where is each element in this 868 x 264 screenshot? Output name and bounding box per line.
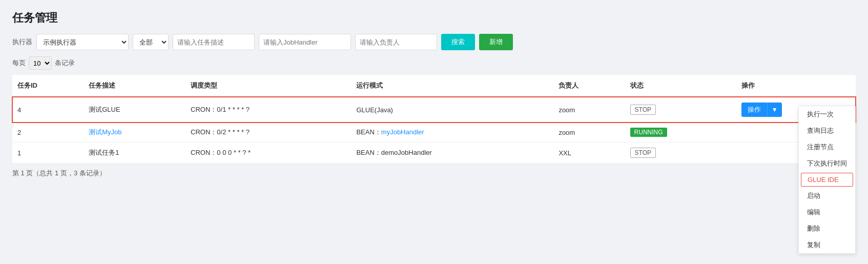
dropdown-item-copy[interactable]: 复制 — [799, 237, 855, 253]
dropdown-item-query-log[interactable]: 查询日志 — [799, 123, 855, 139]
desc-link[interactable]: 测试MyJob — [89, 128, 121, 136]
cell-desc: 测试任务1 — [84, 143, 185, 164]
status-badge-running: RUNNING — [630, 128, 667, 137]
action-dropdown-button[interactable]: ▼ — [767, 103, 782, 117]
page-title: 任务管理 — [12, 10, 856, 26]
cell-status: STOP — [625, 97, 736, 123]
col-action: 操作 — [736, 75, 856, 97]
status-badge-stop: STOP — [630, 148, 656, 158]
cell-id: 1 — [12, 143, 84, 164]
per-page-label: 每页 — [12, 58, 26, 68]
dropdown-item-register-node[interactable]: 注册节点 — [799, 139, 855, 155]
cell-mode: GLUE(Java) — [351, 97, 553, 123]
cell-id: 4 — [12, 97, 84, 123]
col-desc: 任务描述 — [84, 75, 185, 97]
cell-id: 2 — [12, 123, 84, 143]
pagination-info: 每页 10 20 50 条记录 — [12, 56, 856, 70]
dropdown-item-execute-once[interactable]: 执行一次 — [799, 106, 855, 123]
table-header-row: 任务ID 任务描述 调度类型 运行模式 负责人 状态 操作 — [12, 75, 856, 97]
dropdown-item-delete[interactable]: 删除 — [799, 220, 855, 237]
dropdown-item-next-time[interactable]: 下次执行时间 — [799, 155, 855, 172]
per-page-select[interactable]: 10 20 50 — [29, 56, 52, 70]
table-row: 2 测试MyJob CRON：0/2 * * * * ? BEAN：myJobH… — [12, 123, 856, 143]
col-schedule: 调度类型 — [185, 75, 351, 97]
dropdown-item-glue-ide[interactable]: GLUE IDE — [801, 173, 853, 187]
cell-schedule: CRON：0 0 0 * * ? * — [185, 143, 351, 164]
dropdown-item-edit[interactable]: 编辑 — [799, 204, 855, 220]
col-owner: 负责人 — [553, 75, 625, 97]
owner-input[interactable] — [355, 34, 437, 50]
cell-mode: BEAN：myJobHandler — [351, 123, 553, 143]
col-id: 任务ID — [12, 75, 84, 97]
cell-status: RUNNING — [625, 123, 736, 143]
status-badge-stop: STOP — [630, 105, 656, 115]
col-status: 状态 — [625, 75, 736, 97]
records-label: 条记录 — [55, 58, 75, 68]
cell-schedule: CRON：0/2 * * * * ? — [185, 123, 351, 143]
desc-input[interactable] — [173, 34, 255, 50]
cell-mode: BEAN：demoJobHandler — [351, 143, 553, 164]
search-button[interactable]: 搜索 — [441, 34, 475, 50]
cell-schedule: CRON：0/1 * * * * ? — [185, 97, 351, 123]
dropdown-item-start[interactable]: 启动 — [799, 188, 855, 204]
cell-owner: XXL — [553, 143, 625, 164]
table-wrapper: 任务ID 任务描述 调度类型 运行模式 负责人 状态 操作 4 测试GLUE C… — [12, 75, 856, 164]
page-container: 任务管理 执行器 示例执行器 全部 启动 停止 搜索 新增 每页 10 20 5… — [0, 0, 868, 264]
cell-desc: 测试GLUE — [84, 97, 185, 123]
col-mode: 运行模式 — [351, 75, 553, 97]
add-button[interactable]: 新增 — [479, 34, 513, 50]
task-table: 任务ID 任务描述 调度类型 运行模式 负责人 状态 操作 4 测试GLUE C… — [12, 75, 856, 164]
action-button[interactable]: 操作 — [741, 103, 767, 117]
dropdown-menu: 执行一次 查询日志 注册节点 下次执行时间 GLUE IDE 启动 编辑 删除 … — [798, 106, 856, 254]
cell-status: STOP — [625, 143, 736, 164]
handler-link[interactable]: myJobHandler — [381, 128, 424, 136]
status-select[interactable]: 全部 启动 停止 — [133, 34, 169, 50]
table-row: 1 测试任务1 CRON：0 0 0 * * ? * BEAN：demoJobH… — [12, 143, 856, 164]
cell-owner: zoom — [553, 123, 625, 143]
executor-select[interactable]: 示例执行器 — [36, 34, 129, 50]
page-summary: 第 1 页（总共 1 页，3 条记录） — [12, 164, 856, 180]
table-row: 4 测试GLUE CRON：0/1 * * * * ? GLUE(Java) z… — [12, 97, 856, 123]
cell-owner: zoom — [553, 97, 625, 123]
toolbar: 执行器 示例执行器 全部 启动 停止 搜索 新增 — [12, 34, 856, 50]
executor-label: 执行器 — [12, 37, 32, 47]
handler-input[interactable] — [259, 34, 351, 50]
table-container: 任务ID 任务描述 调度类型 运行模式 负责人 状态 操作 4 测试GLUE C… — [12, 75, 856, 164]
cell-desc: 测试MyJob — [84, 123, 185, 143]
